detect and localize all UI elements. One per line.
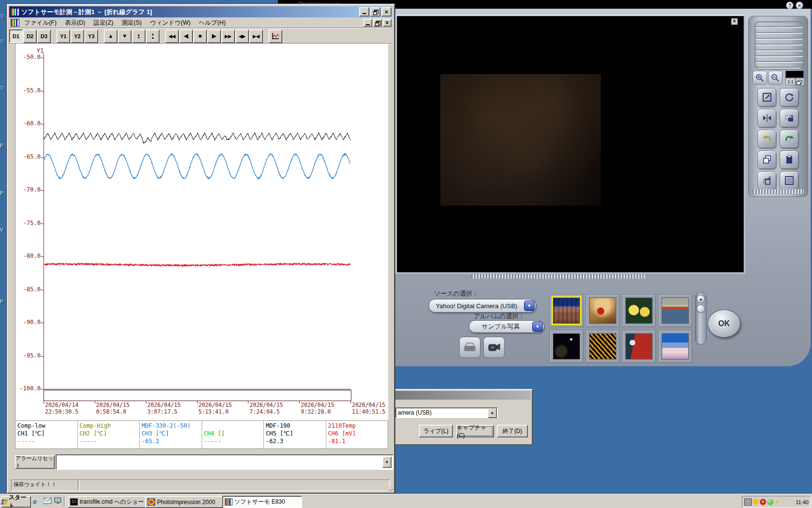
thumbnail-night-sky[interactable]: [550, 330, 583, 363]
album-select-value: サンプル写真: [469, 322, 532, 331]
delete-button[interactable]: [757, 171, 776, 190]
thumbnail-harbor-village[interactable]: [658, 294, 692, 327]
menu-window[interactable]: ウィンドウ(W): [150, 19, 190, 27]
task-button-softthermo[interactable]: ソフトサーモ E830: [222, 496, 302, 508]
data-group-d1[interactable]: D1: [9, 30, 23, 43]
actual-size-button[interactable]: 1:1: [785, 78, 796, 85]
scanner-source-button[interactable]: [459, 337, 480, 358]
thumbnail-scrollbar[interactable]: ▲: [695, 292, 707, 344]
task-label: ソフトサーモ E830: [234, 498, 285, 506]
resize-button[interactable]: [757, 88, 776, 106]
windows-logo-icon: [1, 499, 8, 505]
data-group-d3[interactable]: D3: [37, 30, 51, 43]
alarm-combo[interactable]: ▼: [56, 454, 393, 470]
close-button[interactable]: ×: [381, 7, 392, 16]
child-close-button[interactable]: ×: [383, 19, 392, 27]
menu-help[interactable]: ヘルプ(H): [199, 19, 226, 27]
axis-y2-button[interactable]: Y2: [71, 30, 84, 43]
child-minimize-button[interactable]: [363, 19, 372, 27]
alarm-reset-button[interactable]: アラームリセット: [15, 455, 55, 469]
menu-file[interactable]: ファイル(F): [24, 19, 57, 27]
desktop-icon-fragment: V: [0, 227, 5, 233]
channel-cell-ch3: MDF-330-2(-50)CH3 [℃]-65.2: [140, 421, 202, 448]
status-tray-icon[interactable]: [767, 499, 773, 505]
fast-rewind-button[interactable]: ◀◀: [165, 30, 179, 43]
help-button[interactable]: ?: [786, 1, 794, 9]
chevron-down-icon[interactable]: ▼: [524, 300, 535, 311]
start-button[interactable]: スタート: [1, 496, 31, 508]
rotate-selection-button[interactable]: [780, 109, 798, 127]
x-tick-mark: [146, 401, 146, 403]
compress-vertical-button[interactable]: ▼▲: [146, 30, 160, 43]
stop-button[interactable]: ■: [193, 30, 207, 43]
ok-button[interactable]: OK: [708, 310, 740, 338]
live-button[interactable]: ライブ(L): [419, 425, 453, 437]
chevron-down-icon[interactable]: ▼: [532, 321, 543, 332]
y-tick-mark: [41, 91, 44, 91]
child-restore-button[interactable]: [373, 19, 382, 27]
restore-button[interactable]: [370, 7, 380, 16]
palette-grip[interactable]: [753, 189, 804, 194]
expand-vertical-button[interactable]: ▲▼: [132, 30, 145, 43]
capture-button[interactable]: キャプチャ(C): [456, 425, 494, 437]
chevron-down-icon[interactable]: ▼: [488, 408, 497, 418]
alert-tray-icon[interactable]: ×: [760, 499, 766, 505]
album-select-dropdown[interactable]: サンプル写真 ▼: [469, 320, 544, 333]
thumbnail-red-rock-spires[interactable]: [550, 294, 583, 327]
scrollbar-thumb[interactable]: [696, 304, 705, 313]
minimize-button[interactable]: [359, 7, 369, 16]
camera-combo[interactable]: amera (USB) ▼: [395, 407, 498, 418]
task-button-cmd[interactable]: C:\transfile.cmd へのショート...: [68, 496, 147, 508]
keyboard-tray-icon[interactable]: [744, 498, 752, 506]
thumbnail-gold-weave[interactable]: [586, 330, 620, 363]
axis-y1-button[interactable]: Y1: [57, 30, 70, 43]
pan-down-button[interactable]: ▼: [118, 30, 131, 43]
thumbnail-yellow-flowers[interactable]: [622, 294, 656, 327]
rotate-button[interactable]: [780, 88, 798, 106]
scroll-up-icon[interactable]: ▲: [696, 295, 705, 303]
axis-y3-button[interactable]: Y3: [85, 30, 98, 43]
preview-close-icon[interactable]: ×: [731, 18, 738, 25]
chevron-down-icon[interactable]: ▼: [382, 456, 392, 468]
flip-horizontal-button[interactable]: [757, 109, 776, 127]
pan-up-button[interactable]: ▲: [104, 30, 117, 43]
copy-button[interactable]: [757, 150, 776, 169]
camera-source-button[interactable]: [483, 337, 505, 358]
step-back-button[interactable]: ◀: [179, 30, 193, 43]
mail-icon[interactable]: [44, 497, 52, 506]
exit-button[interactable]: 終了(D): [497, 425, 528, 437]
show-desktop-icon[interactable]: [54, 497, 62, 506]
x-tick-mark: [350, 401, 351, 403]
close-palette-button[interactable]: [780, 171, 798, 190]
shield-tray-icon[interactable]: [753, 499, 759, 505]
redo-button[interactable]: [780, 130, 798, 148]
capture-dialog-titlebar[interactable]: [394, 391, 531, 400]
x-tick-mark: [44, 401, 44, 403]
thumbnail-sky-clouds[interactable]: [658, 330, 692, 363]
star-tray-icon[interactable]: ★: [774, 499, 781, 505]
camera-combo-value[interactable]: amera (USB): [395, 407, 498, 418]
expand-horizontal-button[interactable]: ◀▶: [235, 30, 249, 43]
cascade-windows-button[interactable]: [796, 78, 804, 85]
thumbnail-red-ship-bow[interactable]: [622, 330, 656, 363]
task-button-photoimpression[interactable]: PhotoImpression 2000: [145, 496, 225, 508]
thumbnail-cardinal-bird[interactable]: [586, 294, 620, 327]
menu-settings[interactable]: 設定(Z): [94, 19, 114, 27]
zoom-in-button[interactable]: [753, 71, 767, 85]
paste-button[interactable]: [780, 150, 798, 169]
zoom-out-button[interactable]: [768, 71, 783, 85]
undo-button[interactable]: [757, 130, 776, 148]
close-button[interactable]: ×: [796, 1, 803, 9]
menu-view[interactable]: 表示(D): [65, 19, 85, 27]
envelope-icon: [44, 498, 52, 504]
fast-forward-button[interactable]: ▶▶: [221, 30, 235, 43]
step-forward-button[interactable]: ▶: [207, 30, 221, 43]
titlebar[interactable]: ソフトサーモ計測－計測1 － [折れ線グラフ 1] ×: [9, 6, 392, 17]
menu-measure[interactable]: 測定(S): [121, 19, 142, 27]
jump-latest-button[interactable]: ▶◀: [249, 30, 263, 43]
graph-settings-button[interactable]: [269, 30, 282, 43]
rotate-icon: [784, 92, 794, 102]
data-group-d2[interactable]: D2: [23, 30, 37, 43]
internet-explorer-icon[interactable]: e: [33, 497, 41, 506]
source-select-dropdown[interactable]: Yahoo! Digital Camera (USB) ▼: [429, 299, 536, 313]
